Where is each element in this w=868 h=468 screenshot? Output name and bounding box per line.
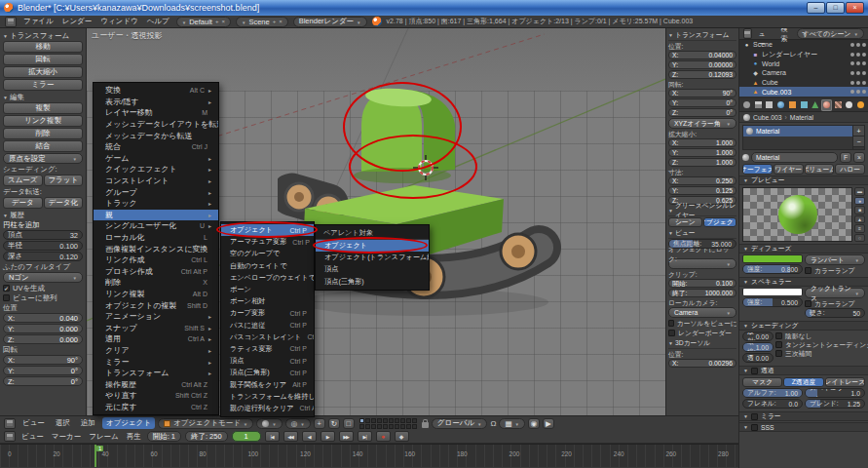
object-menu-item[interactable]: 変換 Alt C ▸ [94, 85, 218, 97]
object-menu-item[interactable]: 削除 X [94, 277, 218, 289]
timeline-menu-item[interactable]: 再生 [125, 432, 143, 442]
sss-panel-header[interactable]: ▼ SSS [739, 422, 868, 432]
eye-icon[interactable] [850, 61, 854, 65]
diffuse-color-swatch[interactable] [742, 254, 803, 263]
object-menu-item[interactable]: グループ ▸ [94, 186, 218, 198]
cap-fill-dropdown[interactable]: Nゴン [3, 272, 83, 283]
transparency-mode-button[interactable]: レイトレース [825, 377, 865, 387]
cursor-select-icon[interactable] [856, 81, 860, 85]
object-menu-item[interactable]: メッシュデータから転送 [94, 130, 218, 141]
visibility-toggles[interactable] [850, 71, 866, 75]
clip-start-field[interactable]: 開始: 0.100 [668, 279, 736, 288]
delete-scene-icon[interactable]: × [279, 19, 283, 24]
render-toggle-icon[interactable] [862, 90, 866, 94]
specular-shader-dropdown[interactable]: クックトランス [805, 288, 865, 298]
shading-checkbox[interactable]: 三次補間 [775, 349, 868, 358]
snap-magnet-icon[interactable]: Ω [490, 419, 496, 428]
render-toggle-icon[interactable] [862, 43, 866, 47]
visibility-toggles[interactable] [850, 43, 866, 47]
layer-toggle[interactable] [406, 418, 411, 423]
object-menu-item[interactable]: 適用 Ctrl A ▸ [94, 333, 218, 345]
cursor-panel-header[interactable]: ▼ 3Dカーソル [668, 338, 736, 349]
fake-user-button[interactable]: F [840, 152, 851, 163]
shading-panel-header[interactable]: ▼ シェーディング [739, 321, 868, 331]
opengl-render-button[interactable]: ◉ [528, 418, 540, 429]
parent-menu-item[interactable]: オブジェクト Ctrl P [221, 224, 314, 236]
layer-toggle[interactable] [383, 424, 388, 429]
properties-tab[interactable] [753, 99, 764, 111]
editor-type-selector[interactable] [5, 17, 17, 27]
layer-toggle[interactable] [412, 424, 417, 429]
object-menu-item[interactable]: 統合 Ctrl J [94, 141, 218, 153]
parent-menu-item[interactable]: 空のグループで [221, 248, 314, 259]
layer-toggle[interactable] [389, 418, 394, 423]
scale-axis-field[interactable]: Z: 1.000 [668, 158, 736, 167]
parent-menu-item[interactable]: パスに追従 Ctrl P [221, 320, 314, 332]
specular-hardness-slider[interactable]: 硬さ: 50 [805, 308, 865, 318]
fresnel-slider[interactable]: フレネル: 0.0 [742, 399, 803, 409]
parent-menu-item[interactable]: 頂点(三角形) Ctrl P [221, 367, 314, 378]
outliner-display-mode[interactable]: すべてのシーン [797, 28, 864, 39]
outliner-menu-item[interactable]: 検索 [778, 28, 791, 44]
viewport-shading-selector[interactable] [256, 418, 282, 429]
remove-slot-button[interactable]: − [853, 136, 864, 147]
object-menu-item[interactable]: 元に戻す Ctrl Z [94, 402, 218, 413]
transform-panel-header[interactable]: ▼ トランスフォーム [3, 30, 83, 41]
properties-tab[interactable] [799, 99, 810, 111]
diffuse-ramp-checkbox[interactable]: カラーランプ [805, 266, 865, 275]
cursor-select-icon[interactable] [856, 43, 860, 47]
object-menu-item[interactable]: リンク作成 Ctrl L [94, 254, 218, 266]
object-menu-item[interactable]: リンク複製 Alt D [94, 289, 218, 300]
object-menu-item[interactable]: スナップ Shift S ▸ [94, 322, 218, 333]
view-panel-header[interactable]: ▼ ビュー [668, 228, 736, 239]
outliner-row[interactable]: Scene [739, 40, 868, 50]
properties-tab[interactable] [821, 99, 832, 111]
clip-end-field[interactable]: 終了: 1000.000 [668, 289, 736, 297]
timeline-menu-item[interactable]: フレーム [87, 432, 121, 442]
object-menu-item[interactable]: ゲーム ▸ [94, 153, 218, 165]
specular-ramp-checkbox[interactable]: カラーランプ [805, 299, 865, 308]
cursor-select-icon[interactable] [856, 90, 860, 94]
manipulator-rotate-button[interactable]: ↻ [328, 418, 340, 429]
visibility-toggles[interactable] [850, 81, 866, 85]
layer-toggle[interactable] [377, 418, 382, 423]
object-menu-item[interactable]: やり直す Shift Ctrl Z [94, 390, 218, 402]
data-transfer-button[interactable]: データ [3, 197, 43, 209]
object-menu-item[interactable]: クイックエフェクト ▸ [94, 164, 218, 176]
edit-tool-button[interactable]: 複製 [3, 102, 83, 114]
diffuse-panel-header[interactable]: ▼ ディフューズ [739, 244, 868, 254]
preview-type-button[interactable] [854, 197, 865, 206]
layer-toggle[interactable] [395, 424, 399, 429]
manipulator-translate-button[interactable]: + [314, 418, 325, 429]
pivot-point-selector[interactable]: ◎ [285, 418, 311, 429]
lens-field[interactable]: 焦点距離: 35.000 [668, 239, 736, 249]
render-toggle-icon[interactable] [862, 61, 866, 65]
object-menu-item[interactable]: 表示/隠す ▸ [94, 97, 218, 108]
parent-menu-item[interactable]: ボーン [221, 284, 314, 295]
diffuse-shader-dropdown[interactable]: ランバート [805, 254, 865, 265]
object-menu-item[interactable]: ローカル化 L [94, 232, 218, 244]
keying-set-button[interactable]: ◆ [395, 431, 409, 442]
visibility-toggles[interactable] [850, 61, 866, 65]
object-menu-item[interactable]: クリア ▸ [94, 345, 218, 357]
render-toggle-icon[interactable] [862, 71, 866, 75]
material-type-button[interactable]: ボリューム [805, 164, 835, 175]
scale-axis-field[interactable]: Y: 1.000 [668, 148, 736, 157]
location-axis-field[interactable]: X: 0.040 [3, 313, 83, 323]
operator-number-field[interactable]: 深さ 0.120 [3, 252, 83, 261]
set-parent-option[interactable]: オブジェクト(トランスフォーム維持) [316, 252, 429, 263]
visibility-toggles[interactable] [850, 90, 866, 94]
add-slot-button[interactable]: + [853, 126, 864, 136]
parent-menu-item[interactable]: ボーン相対 [221, 295, 314, 307]
visibility-toggles[interactable] [850, 53, 866, 57]
properties-tab[interactable] [855, 99, 866, 111]
opengl-render-anim-button[interactable]: ▶ [543, 418, 554, 429]
material-slot[interactable]: Material [743, 126, 852, 136]
current-frame-field[interactable]: 1 [232, 431, 261, 442]
diffuse-intensity-slider[interactable]: 強度: 0.800 [742, 264, 803, 274]
transform-tool-button[interactable]: 回転 [3, 54, 83, 65]
object-menu-item[interactable]: 操作履歴 Ctrl Alt Z [94, 378, 218, 390]
specular-intensity-slider[interactable]: 強度: 0.500 [742, 297, 803, 307]
object-menu-item[interactable]: トランスフォーム ▸ [94, 368, 218, 379]
properties-tab[interactable] [833, 99, 844, 111]
